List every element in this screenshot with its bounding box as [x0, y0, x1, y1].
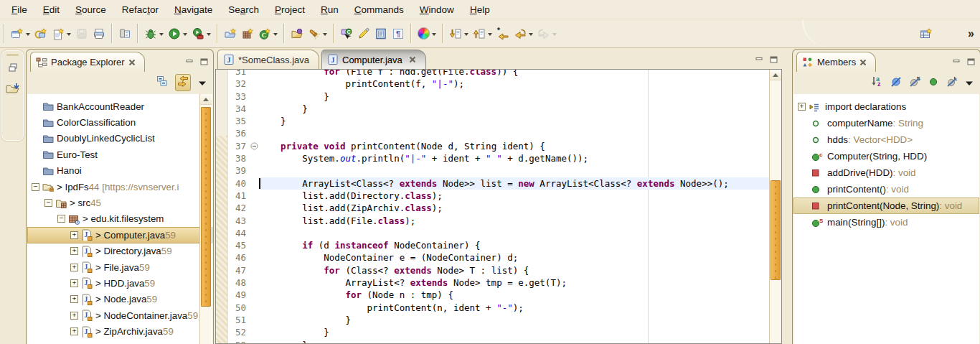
menu-source[interactable]: Source [67, 1, 114, 19]
code-text[interactable] [259, 227, 769, 239]
line-number[interactable]: 45 [227, 239, 250, 251]
link-with-editor-button[interactable] [175, 74, 191, 91]
dropdown-arrow-icon[interactable] [183, 33, 187, 38]
tree-item-nodecontainer-java[interactable]: +J> NodeContainer.java 59 [27, 307, 212, 323]
line-number[interactable]: 32 [227, 78, 250, 90]
toolbar-overflow-chevron[interactable]: » [968, 27, 973, 40]
show-whitespace-button[interactable]: ¶ [390, 24, 407, 44]
line-number[interactable]: 48 [227, 276, 250, 289]
dropdown-arrow-icon[interactable] [159, 33, 164, 38]
code-text[interactable]: list.add(File.class); [259, 215, 769, 227]
line-number[interactable]: 36 [227, 127, 250, 139]
restore-view-button[interactable] [8, 62, 18, 75]
tree-expander[interactable]: + [70, 279, 78, 287]
dropdown-arrow-icon[interactable] [552, 33, 557, 38]
show-public-button[interactable] [928, 75, 939, 90]
code-text[interactable]: for (File f : hdd.get(File.class)) { [259, 69, 769, 78]
code-text[interactable]: System.out.println("|-" + ident + " " + … [259, 152, 769, 164]
code-text[interactable]: NodeContainer e = (NodeContainer) d; [259, 251, 769, 264]
member-import-declarations[interactable]: +import declarations [793, 98, 979, 115]
tree-expander[interactable]: + [70, 247, 78, 255]
collapse-all-button[interactable] [156, 75, 168, 90]
hide-fields-button[interactable] [890, 75, 902, 90]
code-text[interactable]: list.add(ZipArchiv.class); [259, 202, 769, 214]
new-java-package-button[interactable] [239, 24, 256, 44]
code-text[interactable]: ArrayList<Class<? extends Node>> list = … [259, 177, 769, 190]
close-tab-button[interactable] [409, 55, 416, 65]
tree-item-bankaccountreader[interactable]: +BankAccountReader [27, 98, 212, 114]
fast-view-handle[interactable] [6, 54, 19, 56]
open-perspective-button[interactable] [918, 24, 935, 44]
dropdown-arrow-icon[interactable] [273, 33, 278, 38]
maximize-button[interactable] [967, 55, 975, 68]
dropdown-arrow-icon[interactable] [529, 33, 533, 38]
tree-expander[interactable]: − [44, 199, 52, 207]
maximize-button[interactable] [770, 53, 778, 66]
code-text[interactable]: } [259, 326, 769, 338]
dropdown-arrow-icon[interactable] [432, 33, 436, 38]
line-number[interactable]: 46 [227, 251, 250, 264]
close-icon[interactable] [128, 59, 136, 66]
code-text[interactable]: } [259, 90, 769, 103]
scroll-up-arrow[interactable] [770, 70, 781, 80]
code-text[interactable]: for (Node n : tmp) { [259, 289, 769, 301]
tree-expander[interactable]: + [70, 327, 78, 335]
dropdown-arrow-icon[interactable] [26, 33, 30, 38]
tree-item-computer-java[interactable]: +J> Computer.java 59 [27, 227, 212, 243]
line-number[interactable]: 42 [227, 202, 250, 214]
member-printcontent-node-string[interactable]: printContent(Node, String) : void [793, 197, 979, 214]
highlighter-button[interactable] [355, 24, 372, 44]
minimize-button[interactable] [953, 55, 961, 68]
code-text[interactable]: for (Class<? extends Node> T : list) { [259, 264, 769, 276]
sort-button[interactable]: az [871, 75, 883, 90]
scrollbar-thumb[interactable] [771, 180, 781, 280]
member-main-string[interactable]: Smain(String[]) : void [793, 214, 979, 231]
print-button[interactable] [90, 24, 108, 44]
tree-expander[interactable]: + [70, 295, 78, 303]
tree-item-edu-kit-filesystem[interactable]: −> edu.kit.filesystem [27, 211, 212, 227]
editor-tab-computer-java[interactable]: JComputer.java [321, 50, 426, 69]
synchronize-button[interactable] [116, 24, 133, 44]
new-file-button[interactable] [50, 24, 73, 44]
tree-item-hanoi[interactable]: +Hanoi [27, 163, 212, 179]
fastview-folder-button[interactable] [6, 82, 20, 97]
tree-expander[interactable]: − [32, 183, 39, 191]
line-number[interactable]: 52 [227, 326, 250, 338]
members-list[interactable]: +import declarationscomputerName : Strin… [793, 98, 979, 231]
member-computername[interactable]: computerName : String [793, 115, 979, 131]
dropdown-arrow-icon[interactable] [464, 33, 468, 38]
menu-run[interactable]: Run [313, 1, 347, 19]
tree-expander[interactable]: + [70, 312, 78, 320]
member-adddrive-hdd[interactable]: addDrive(HDD) : void [793, 164, 979, 181]
close-icon[interactable] [859, 59, 867, 66]
line-number[interactable]: 33 [227, 90, 250, 103]
view-menu-button[interactable] [198, 76, 207, 89]
line-number[interactable]: 44 [227, 227, 250, 239]
tree-item-euro-test[interactable]: +Euro-Test [27, 147, 212, 162]
menu-project[interactable]: Project [267, 1, 313, 19]
line-number[interactable]: 53 [227, 339, 250, 344]
menu-help[interactable]: Help [462, 1, 498, 19]
line-number[interactable]: 41 [227, 190, 250, 202]
menu-window[interactable]: Window [412, 1, 462, 19]
last-edit-location-button[interactable]: * [494, 24, 512, 44]
maximize-button[interactable] [200, 55, 208, 68]
code-text[interactable] [259, 127, 769, 139]
code-text[interactable]: list.add(Directory.class); [259, 190, 769, 202]
dropdown-arrow-icon[interactable] [67, 33, 71, 38]
menu-file[interactable]: File [4, 1, 35, 19]
run-button[interactable] [166, 24, 189, 44]
tree-item-hdd-java[interactable]: +J> HDD.java 59 [27, 275, 212, 291]
open-type-button[interactable] [288, 24, 306, 44]
line-number[interactable]: 39 [227, 164, 250, 177]
code-text[interactable]: } [259, 339, 769, 344]
line-number[interactable]: 38 [227, 152, 250, 164]
menu-commands[interactable]: Commands [347, 1, 412, 19]
tree-item-file-java[interactable]: +J> File.java 59 [27, 259, 212, 275]
code-text[interactable]: } [259, 115, 769, 127]
menu-refactor[interactable]: Refactor [114, 1, 166, 19]
tree-item-ipdfs[interactable]: −> IpdFs 44 [https://svnserver.i [27, 179, 212, 195]
new-java-project-button[interactable] [222, 24, 239, 44]
fold-marker[interactable] [250, 140, 259, 152]
menu-search[interactable]: Search [220, 1, 267, 19]
